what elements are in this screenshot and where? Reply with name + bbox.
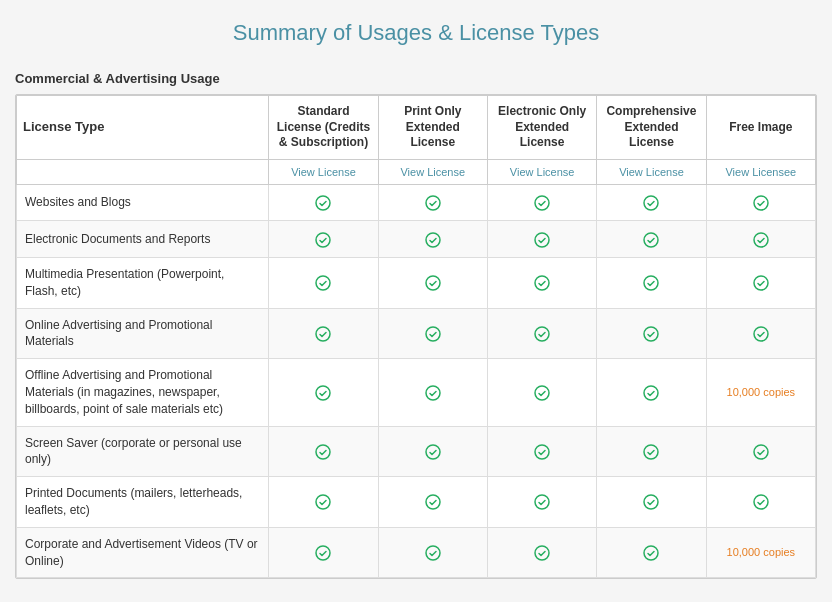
row-cell — [487, 308, 596, 359]
svg-point-22 — [535, 386, 549, 400]
check-icon — [534, 544, 550, 560]
table-row: Electronic Documents and Reports — [17, 221, 816, 258]
svg-point-7 — [535, 233, 549, 247]
svg-point-13 — [644, 276, 658, 290]
check-icon — [643, 544, 659, 560]
row-cell — [378, 257, 487, 308]
row-cell — [378, 527, 487, 578]
license-table: License Type Standard License (Credits &… — [16, 95, 816, 578]
view-license-comprehensive[interactable]: View License — [597, 159, 706, 184]
row-label: Printed Documents (mailers, letterheads,… — [17, 477, 269, 528]
check-icon — [643, 384, 659, 400]
check-icon — [315, 230, 331, 246]
svg-point-30 — [426, 495, 440, 509]
row-cell — [487, 359, 596, 426]
table-row: Screen Saver (corporate or personal use … — [17, 426, 816, 477]
check-icon — [425, 325, 441, 341]
row-cell — [269, 308, 378, 359]
svg-point-21 — [426, 386, 440, 400]
svg-point-17 — [535, 327, 549, 341]
check-icon — [753, 443, 769, 459]
row-cell — [706, 426, 815, 477]
svg-point-3 — [644, 196, 658, 210]
row-cell — [597, 477, 706, 528]
svg-point-32 — [644, 495, 658, 509]
col-header-print-only: Print Only Extended License — [378, 96, 487, 160]
row-cell — [269, 257, 378, 308]
row-cell — [269, 221, 378, 258]
check-icon — [425, 544, 441, 560]
check-icon — [643, 443, 659, 459]
svg-point-27 — [644, 445, 658, 459]
row-cell — [269, 426, 378, 477]
row-cell — [487, 426, 596, 477]
row-cell: 10,000 copies — [706, 359, 815, 426]
svg-point-31 — [535, 495, 549, 509]
section-title: Commercial & Advertising Usage — [15, 71, 817, 86]
svg-point-18 — [644, 327, 658, 341]
row-cell — [487, 257, 596, 308]
row-cell — [706, 477, 815, 528]
check-icon — [534, 274, 550, 290]
row-label: Websites and Blogs — [17, 184, 269, 221]
check-icon — [753, 194, 769, 210]
svg-point-36 — [535, 546, 549, 560]
view-license-electronic[interactable]: View License — [487, 159, 596, 184]
check-icon — [315, 384, 331, 400]
view-licensee-free[interactable]: View Licensee — [706, 159, 815, 184]
svg-point-4 — [754, 196, 768, 210]
svg-point-34 — [316, 546, 330, 560]
row-label: Electronic Documents and Reports — [17, 221, 269, 258]
row-label: Multimedia Presentation (Powerpoint, Fla… — [17, 257, 269, 308]
col-header-license-type: License Type — [17, 96, 269, 160]
svg-point-11 — [426, 276, 440, 290]
svg-point-23 — [644, 386, 658, 400]
row-cell — [597, 221, 706, 258]
check-icon — [753, 274, 769, 290]
row-cell — [597, 359, 706, 426]
svg-point-28 — [754, 445, 768, 459]
row-cell — [487, 477, 596, 528]
svg-point-9 — [754, 233, 768, 247]
col-header-standard: Standard License (Credits & Subscription… — [269, 96, 378, 160]
row-cell: 10,000 copies — [706, 527, 815, 578]
table-wrapper: License Type Standard License (Credits &… — [15, 94, 817, 579]
check-icon — [425, 384, 441, 400]
row-cell — [706, 308, 815, 359]
svg-point-15 — [316, 327, 330, 341]
view-license-print[interactable]: View License — [378, 159, 487, 184]
check-icon — [753, 230, 769, 246]
check-icon — [534, 493, 550, 509]
row-cell — [378, 308, 487, 359]
col-header-electronic-only: Electronic Only Extended License — [487, 96, 596, 160]
check-icon — [315, 325, 331, 341]
check-icon — [425, 274, 441, 290]
col-header-comprehensive: Comprehensive Extended License — [597, 96, 706, 160]
table-row: Multimedia Presentation (Powerpoint, Fla… — [17, 257, 816, 308]
check-icon — [315, 194, 331, 210]
check-icon — [534, 384, 550, 400]
check-icon — [753, 325, 769, 341]
row-cell — [597, 184, 706, 221]
row-cell — [597, 257, 706, 308]
svg-point-24 — [316, 445, 330, 459]
header-row: License Type Standard License (Credits &… — [17, 96, 816, 160]
page-wrapper: Summary of Usages & License Types Commer… — [0, 0, 832, 599]
row-cell — [597, 527, 706, 578]
check-icon — [534, 443, 550, 459]
svg-point-2 — [535, 196, 549, 210]
row-cell — [706, 184, 815, 221]
svg-point-1 — [426, 196, 440, 210]
row-cell — [378, 184, 487, 221]
row-cell — [487, 184, 596, 221]
svg-point-33 — [754, 495, 768, 509]
row-cell — [597, 308, 706, 359]
table-body: Websites and BlogsElectronic Documents a… — [17, 184, 816, 578]
view-license-standard[interactable]: View License — [269, 159, 378, 184]
row-label: Screen Saver (corporate or personal use … — [17, 426, 269, 477]
svg-point-14 — [754, 276, 768, 290]
row-cell — [269, 527, 378, 578]
row-cell — [378, 359, 487, 426]
check-icon — [315, 274, 331, 290]
svg-point-20 — [316, 386, 330, 400]
